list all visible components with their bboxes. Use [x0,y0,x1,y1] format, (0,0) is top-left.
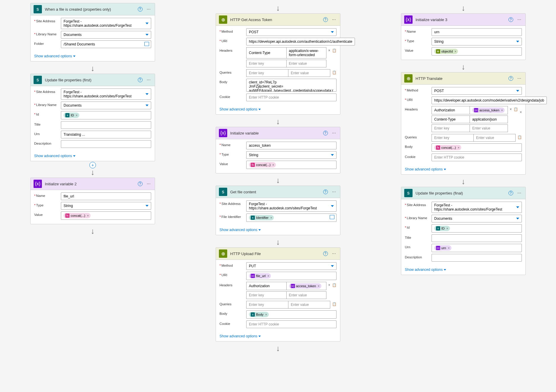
help-icon[interactable]: ? [138,181,143,186]
access-token-token[interactable]: {x}access_token× [472,108,505,113]
id-token[interactable]: sID× [434,226,450,231]
uri-input[interactable]: https://developer.api.autodesk.com/model… [432,97,547,104]
folder-input[interactable]: /Shared Documents [61,40,151,48]
cookie-input[interactable]: Enter HTTP cookie [432,154,522,161]
text-mode-icon[interactable]: 📋 [332,283,337,287]
title-input[interactable] [432,234,522,242]
show-advanced-link[interactable]: Show advanced options [31,152,155,161]
description-input[interactable] [61,140,151,148]
header-key-input[interactable]: Enter key [246,291,286,299]
query-key-input[interactable]: Enter key [246,301,288,309]
header-value-input[interactable]: application/json [470,116,508,123]
header-value-input[interactable]: Enter value [286,291,327,299]
help-icon[interactable]: ? [508,17,513,22]
more-icon[interactable]: ··· [146,181,152,186]
body-token[interactable]: sBody× [249,312,269,317]
header-value-input[interactable]: application/x-www-form-urlencoded [286,47,327,59]
concat-token[interactable]: fxconcat(...)× [249,162,276,167]
body-input[interactable]: sBody× [246,310,337,319]
cookie-input[interactable]: Enter HTTP cookie [246,320,337,328]
identifier-token[interactable]: sIdentifier× [249,215,274,220]
method-dropdown[interactable]: POST [246,28,337,36]
show-advanced-link[interactable]: Show advanced options [216,332,340,341]
query-value-input[interactable]: Enter value [288,69,330,77]
query-key-input[interactable]: Enter key [432,134,473,142]
body-input[interactable]: fxconcat(...)× [432,143,522,152]
file-url-token[interactable]: {x}file_url× [249,273,271,279]
id-token[interactable]: sID× [64,113,79,118]
help-icon[interactable]: ? [138,78,143,82]
urn-input[interactable]: {x}urn× [432,244,522,252]
library-dropdown[interactable]: Documents [432,215,522,222]
remove-icon[interactable]: × [520,110,522,114]
query-key-input[interactable]: Enter key [246,69,288,77]
query-value-input[interactable]: Enter value [473,134,516,142]
remove-icon[interactable]: × [510,107,512,111]
method-dropdown[interactable]: PUT [246,262,337,270]
help-icon[interactable]: ? [138,7,143,12]
help-icon[interactable]: ? [323,251,328,256]
text-mode-icon[interactable]: 📋 [332,70,337,75]
site-dropdown[interactable]: ForgeTest - https://share.autodesk.com/s… [61,88,151,100]
site-dropdown[interactable]: ForgeTest - https://share.autodesk.com/s… [432,202,522,213]
file-id-input[interactable]: sIdentifier× [246,214,337,222]
type-dropdown[interactable]: String [246,151,337,159]
help-icon[interactable]: ? [323,17,328,22]
header-key-input[interactable]: Content-Type [432,116,470,123]
header-value-input[interactable]: {x}access_token× [286,282,327,290]
type-dropdown[interactable]: String [432,38,522,45]
header-key-input[interactable]: Authorization [432,106,470,114]
type-dropdown[interactable]: String [61,202,151,210]
site-dropdown[interactable]: ForgeTest - https://share.autodesk.com/s… [246,200,337,212]
show-advanced-link[interactable]: Show advanced options [401,266,525,275]
title-input[interactable] [61,121,151,129]
concat-token[interactable]: fxconcat(...)× [64,213,91,218]
more-icon[interactable]: ··· [331,130,337,136]
more-icon[interactable]: ··· [516,17,522,22]
method-dropdown[interactable]: POST [432,87,522,95]
text-mode-icon[interactable]: 📋 [332,48,337,53]
header-value-input[interactable]: Enter value [286,60,327,67]
access-token-token[interactable]: {x}access_token× [289,283,321,289]
more-icon[interactable]: ··· [146,77,152,83]
help-icon[interactable]: ? [508,191,513,195]
objectid-token[interactable]: ⊕objectId× [434,49,458,54]
cookie-input[interactable]: Enter HTTP cookie [246,94,337,101]
library-dropdown[interactable]: Documents [61,102,151,109]
id-input[interactable]: sID× [432,224,522,233]
more-icon[interactable]: ··· [331,189,337,195]
value-input[interactable]: ⊕objectId× [432,47,522,56]
id-input[interactable]: sID× [61,111,151,119]
uri-input[interactable]: {x}file_url× [246,272,337,280]
add-step-button[interactable]: + [89,162,96,168]
text-mode-icon[interactable]: 📋 [514,107,518,111]
more-icon[interactable]: ··· [331,17,337,22]
more-icon[interactable]: ··· [331,251,337,256]
header-key-input[interactable]: Enter key [432,124,470,132]
help-icon[interactable]: ? [323,131,328,135]
urn-input[interactable]: Translating ... [61,131,151,138]
show-advanced-link[interactable]: Show advanced options [216,105,340,114]
name-input[interactable]: urn [432,28,522,36]
value-input[interactable]: fxconcat(...)× [246,161,337,169]
more-icon[interactable]: ··· [146,7,152,12]
site-dropdown[interactable]: ForgeTest - https://share.autodesk.com/s… [61,18,151,29]
show-advanced-link[interactable]: Show advanced options [31,52,155,61]
header-key-input[interactable]: Authorization [246,282,286,290]
help-icon[interactable]: ? [323,189,328,194]
name-input[interactable]: file_url [61,192,151,200]
urn-token[interactable]: {x}urn× [434,245,451,251]
description-input[interactable] [432,254,522,262]
body-input[interactable] [246,79,337,92]
remove-icon[interactable]: × [328,48,330,53]
help-icon[interactable]: ? [508,76,513,81]
show-advanced-link[interactable]: Show advanced options [401,165,525,174]
text-mode-icon[interactable]: 📋 [332,302,337,306]
header-value-input[interactable]: Enter value [470,124,508,132]
remove-icon[interactable]: × [328,283,330,287]
header-key-input[interactable]: Content-Type [246,47,286,59]
name-input[interactable]: access_token [246,142,337,149]
more-icon[interactable]: ··· [516,76,522,81]
uri-input[interactable]: https://developer.api.autodesk.com/authe… [246,38,355,45]
text-mode-icon[interactable]: 📋 [517,135,522,139]
